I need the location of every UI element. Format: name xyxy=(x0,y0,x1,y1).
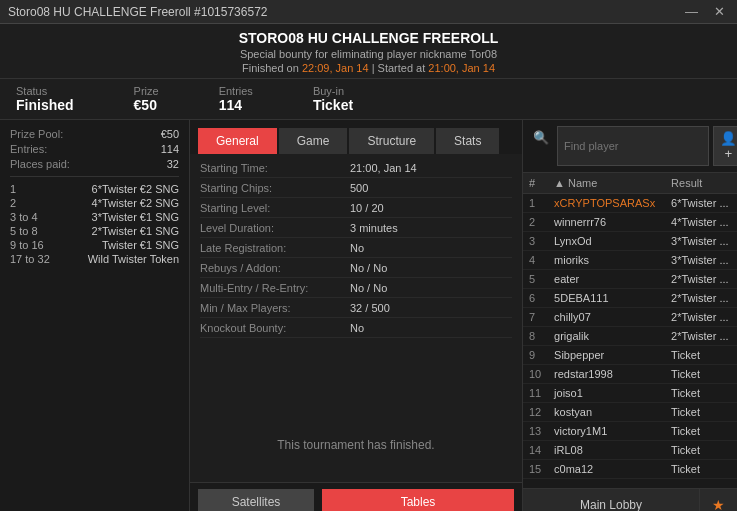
tab-stats[interactable]: Stats xyxy=(436,128,499,154)
table-row[interactable]: 2 winnerrr76 4*Twister ... xyxy=(523,213,737,232)
prize-value: 6*Twister €2 SNG xyxy=(92,183,179,195)
tab-content: Starting Time:21:00, Jan 14Starting Chip… xyxy=(190,154,522,408)
player-name: c0ma12 xyxy=(548,460,665,479)
add-player-button[interactable]: 👤+ xyxy=(713,126,737,166)
favorite-button[interactable]: ★ xyxy=(699,489,737,511)
player-result: Ticket xyxy=(665,403,737,422)
tab-structure[interactable]: Structure xyxy=(349,128,434,154)
table-row[interactable]: 10 redstar1998 Ticket xyxy=(523,365,737,384)
buyin-value: Ticket xyxy=(313,97,353,113)
player-rank: 5 xyxy=(523,270,548,289)
status-field: Status Finished xyxy=(16,85,74,113)
window-title: Storo08 HU CHALLENGE Freeroll #101573657… xyxy=(8,5,267,19)
table-row[interactable]: 9 Sibpepper Ticket xyxy=(523,346,737,365)
table-row[interactable]: 13 victory1M1 Ticket xyxy=(523,422,737,441)
main-content: Prize Pool: €50 Entries: 114 Places paid… xyxy=(0,120,737,511)
general-tab-row: Rebuys / Addon:No / No xyxy=(200,262,512,278)
entries-value: 114 xyxy=(219,97,253,113)
field-label: Starting Chips: xyxy=(200,182,350,194)
table-row[interactable]: 7 chilly07 2*Twister ... xyxy=(523,308,737,327)
players-table: # ▲ Name Result 1 xCRYPTOPSARASx 6*Twist… xyxy=(523,173,737,488)
player-search-bar: 🔍 👤+ xyxy=(523,120,737,173)
bottom-action-bar: Satellites Tables xyxy=(190,482,522,511)
middle-panel: GeneralGameStructureStats Starting Time:… xyxy=(190,120,522,511)
satellites-button[interactable]: Satellites xyxy=(198,489,314,511)
finished-message: This tournament has finished. xyxy=(190,408,522,482)
search-input[interactable] xyxy=(557,126,709,166)
table-row[interactable]: 5 eater 2*Twister ... xyxy=(523,270,737,289)
main-lobby-button[interactable]: Main Lobby xyxy=(523,489,699,511)
general-tab-row: Level Duration:3 minutes xyxy=(200,222,512,238)
divider xyxy=(10,176,179,177)
player-name: joiso1 xyxy=(548,384,665,403)
col-name: ▲ Name xyxy=(548,173,665,194)
prize-value: 3*Twister €1 SNG xyxy=(92,211,179,223)
player-result: Ticket xyxy=(665,346,737,365)
prize-row: 17 to 32Wild Twister Token xyxy=(10,253,179,265)
player-rank: 13 xyxy=(523,422,548,441)
player-result: Ticket xyxy=(665,422,737,441)
player-name: 5DEBA111 xyxy=(548,289,665,308)
field-label: Level Duration: xyxy=(200,222,350,234)
prize-value: €50 xyxy=(134,97,159,113)
player-rank: 9 xyxy=(523,346,548,365)
tournament-subtitle: Special bounty for eliminating player ni… xyxy=(0,48,737,60)
field-label: Starting Time: xyxy=(200,162,350,174)
started-time: 21:00, Jan 14 xyxy=(428,62,495,74)
prize-pool-label: Prize Pool: xyxy=(10,128,63,140)
tournament-title: STORO08 HU CHALLENGE FREEROLL xyxy=(0,30,737,46)
player-name: iRL08 xyxy=(548,441,665,460)
title-bar: Storo08 HU CHALLENGE Freeroll #101573657… xyxy=(0,0,737,24)
prize-label: Prize xyxy=(134,85,159,97)
player-result: 2*Twister ... xyxy=(665,308,737,327)
player-rank: 2 xyxy=(523,213,548,232)
field-value: No / No xyxy=(350,262,387,274)
tables-button[interactable]: Tables xyxy=(322,489,514,511)
player-name: redstar1998 xyxy=(548,365,665,384)
table-row[interactable]: 11 joiso1 Ticket xyxy=(523,384,737,403)
places-paid-row: Places paid: 32 xyxy=(10,158,179,170)
table-row[interactable]: 15 c0ma12 Ticket xyxy=(523,460,737,479)
player-name: kostyan xyxy=(548,403,665,422)
player-rank: 4 xyxy=(523,251,548,270)
table-row[interactable]: 14 iRL08 Ticket xyxy=(523,441,737,460)
minimize-button[interactable]: — xyxy=(681,4,702,19)
player-rank: 14 xyxy=(523,441,548,460)
table-row[interactable]: 3 LynxOd 3*Twister ... xyxy=(523,232,737,251)
prize-value: 2*Twister €1 SNG xyxy=(92,225,179,237)
player-result: 6*Twister ... xyxy=(665,194,737,213)
prizes-list: 16*Twister €2 SNG24*Twister €2 SNG3 to 4… xyxy=(10,183,179,265)
tab-general[interactable]: General xyxy=(198,128,277,154)
prize-place: 5 to 8 xyxy=(10,225,38,237)
table-row[interactable]: 12 kostyan Ticket xyxy=(523,403,737,422)
entries-value: 114 xyxy=(161,143,179,155)
player-result: 2*Twister ... xyxy=(665,270,737,289)
col-result: Result xyxy=(665,173,737,194)
tab-game[interactable]: Game xyxy=(279,128,348,154)
player-result: Ticket xyxy=(665,441,737,460)
player-rank: 7 xyxy=(523,308,548,327)
player-result: Ticket xyxy=(665,365,737,384)
general-tab-row: Knockout Bounty:No xyxy=(200,322,512,338)
general-tab-row: Min / Max Players:32 / 500 xyxy=(200,302,512,318)
player-rank: 12 xyxy=(523,403,548,422)
field-value: 32 / 500 xyxy=(350,302,390,314)
prize-pool-value: €50 xyxy=(161,128,179,140)
table-row[interactable]: 1 xCRYPTOPSARASx 6*Twister ... xyxy=(523,194,737,213)
field-value: No xyxy=(350,242,364,254)
general-tab-row: Starting Time:21:00, Jan 14 xyxy=(200,162,512,178)
prize-value: Wild Twister Token xyxy=(88,253,179,265)
close-button[interactable]: ✕ xyxy=(710,4,729,19)
table-row[interactable]: 6 5DEBA111 2*Twister ... xyxy=(523,289,737,308)
table-row[interactable]: 8 grigalik 2*Twister ... xyxy=(523,327,737,346)
prize-place: 3 to 4 xyxy=(10,211,38,223)
player-result: Ticket xyxy=(665,384,737,403)
finished-time: 22:09, Jan 14 xyxy=(302,62,369,74)
player-result: 2*Twister ... xyxy=(665,289,737,308)
player-name: LynxOd xyxy=(548,232,665,251)
tournament-header: STORO08 HU CHALLENGE FREEROLL Special bo… xyxy=(0,24,737,79)
general-tab-row: Multi-Entry / Re-Entry:No / No xyxy=(200,282,512,298)
table-row[interactable]: 4 mioriks 3*Twister ... xyxy=(523,251,737,270)
general-tab-row: Starting Chips:500 xyxy=(200,182,512,198)
player-result: Ticket xyxy=(665,460,737,479)
